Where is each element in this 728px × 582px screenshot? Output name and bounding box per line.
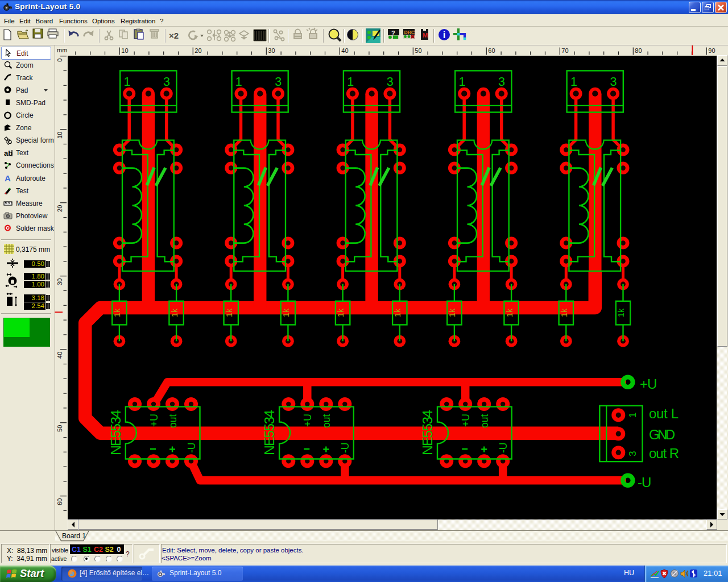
svg-text:1k: 1k <box>505 308 514 317</box>
svg-text:60: 60 <box>488 47 495 54</box>
svg-text:1k: 1k <box>336 308 345 317</box>
svg-text:0: 0 <box>56 59 63 62</box>
svg-text:20: 20 <box>56 205 63 212</box>
svg-text:60: 60 <box>56 498 63 505</box>
svg-text:DRC: DRC <box>404 30 415 35</box>
svg-text:10: 10 <box>121 47 128 54</box>
svg-text:50: 50 <box>56 425 63 432</box>
svg-text:30: 30 <box>56 278 63 285</box>
svg-text:90: 90 <box>708 47 715 54</box>
svg-text:1k: 1k <box>393 308 402 317</box>
svg-text:×2: ×2 <box>169 31 179 40</box>
svg-text:out R: out R <box>649 446 679 461</box>
svg-text:1k: 1k <box>170 308 179 317</box>
svg-text:70: 70 <box>561 47 568 54</box>
svg-text:80: 80 <box>635 47 642 54</box>
svg-text:40: 40 <box>341 47 348 54</box>
svg-text:30: 30 <box>268 47 275 54</box>
svg-text:i: i <box>443 30 446 40</box>
svg-text:1k: 1k <box>113 308 122 317</box>
svg-text:GND: GND <box>649 427 675 442</box>
svg-text:1: 1 <box>627 413 638 418</box>
svg-text:A: A <box>5 173 11 183</box>
svg-text:40: 40 <box>56 352 63 359</box>
svg-text:-U: -U <box>638 475 651 490</box>
svg-text:out L: out L <box>649 406 679 421</box>
svg-text:3: 3 <box>627 451 638 456</box>
svg-text:10: 10 <box>56 132 63 139</box>
svg-text:+U: +U <box>640 376 656 392</box>
svg-text:1k: 1k <box>448 308 457 317</box>
svg-text:20: 20 <box>195 47 201 54</box>
svg-text:M: M <box>423 32 428 39</box>
svg-text:1k: 1k <box>282 308 291 317</box>
svg-text:1k: 1k <box>617 308 626 317</box>
svg-text:50: 50 <box>415 47 421 54</box>
svg-text:1k: 1k <box>560 308 569 317</box>
svg-text:1k: 1k <box>225 308 234 317</box>
svg-text:ab: ab <box>4 149 13 157</box>
